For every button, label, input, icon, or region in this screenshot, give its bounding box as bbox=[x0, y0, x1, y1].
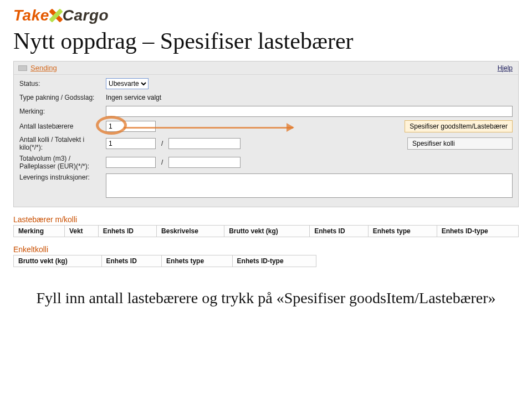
th-enhets-id-type: Enhets ID-type bbox=[437, 226, 518, 237]
spesifiser-goodsitem-button[interactable]: Spesifiser goodsItem/Lastebærer bbox=[405, 120, 513, 132]
leverings-label: Leverings instruksjoner: bbox=[19, 173, 103, 181]
section-lastebaerer-title: Lastebærer m/kolli bbox=[13, 215, 519, 224]
th2-brutto-vekt: Brutto vekt (kg) bbox=[14, 255, 102, 267]
enkeltkolli-table: Brutto vekt (kg) Enhets ID Enhets type E… bbox=[13, 255, 316, 267]
tab-sending[interactable]: Sending bbox=[30, 64, 57, 72]
th2-enhets-id: Enhets ID bbox=[101, 255, 162, 267]
help-link[interactable]: Hjelp bbox=[498, 64, 513, 72]
th-enhets-id-2: Enhets ID bbox=[310, 226, 368, 237]
section-enkeltkolli-title: Enkeltkolli bbox=[13, 245, 519, 254]
th-vekt: Vekt bbox=[64, 226, 98, 237]
merking-input[interactable] bbox=[106, 106, 513, 117]
th2-enhets-type: Enhets type bbox=[162, 255, 233, 267]
instruction-text: Fyll inn antall lastebærere og trykk på … bbox=[13, 289, 519, 307]
spesifiser-kolli-button[interactable]: Spesifiser kolli bbox=[407, 137, 513, 150]
page-title: Nytt oppdrag – Spesifiser lastebærer bbox=[13, 28, 519, 54]
totalvolum-label: Totalvolum (m3) / Palleplasser (EUR)(*/*… bbox=[19, 155, 103, 170]
antall-kolli-input[interactable] bbox=[106, 138, 156, 149]
antall-lastebaerere-input[interactable] bbox=[106, 121, 156, 132]
tab-indicator-icon bbox=[18, 65, 27, 71]
totalvolum-input[interactable] bbox=[106, 157, 156, 168]
status-label: Status: bbox=[19, 80, 103, 88]
palleplasser-input[interactable] bbox=[168, 157, 241, 168]
th-enhets-id-1: Enhets ID bbox=[98, 226, 156, 237]
type-pakning-value: Ingen service valgt bbox=[106, 93, 513, 103]
th-beskrivelse: Beskrivelse bbox=[157, 226, 224, 237]
status-select[interactable]: Ubesvarte bbox=[106, 78, 149, 89]
logo-cargo: Cargo bbox=[63, 7, 109, 24]
panel-header: Sending Hjelp bbox=[14, 62, 518, 75]
logo-x-icon bbox=[48, 8, 64, 23]
slash-1: / bbox=[159, 140, 165, 147]
type-pakning-label: Type pakning / Godsslag: bbox=[19, 94, 103, 101]
antall-lastebaerere-label: Antall lastebærere bbox=[19, 122, 103, 130]
slash-2: / bbox=[159, 158, 165, 166]
lastebaerer-table: Merking Vekt Enhets ID Beskrivelse Brutt… bbox=[13, 225, 519, 237]
totalvekt-input[interactable] bbox=[168, 138, 241, 149]
logo: Take Cargo bbox=[13, 7, 519, 24]
th-brutto-vekt: Brutto vekt (kg) bbox=[224, 226, 310, 237]
logo-take: Take bbox=[13, 7, 49, 24]
antall-kolli-label: Antall kolli / Totalvekt i kilo(*/*): bbox=[19, 136, 103, 151]
th-enhets-type: Enhets type bbox=[368, 226, 437, 237]
th-merking: Merking bbox=[14, 226, 65, 237]
form-panel: Sending Hjelp Status: Ubesvarte Type pak… bbox=[13, 61, 519, 207]
th2-enhets-id-type: Enhets ID-type bbox=[232, 255, 316, 267]
merking-label: Merking: bbox=[19, 108, 103, 115]
leverings-textarea[interactable] bbox=[106, 173, 513, 198]
